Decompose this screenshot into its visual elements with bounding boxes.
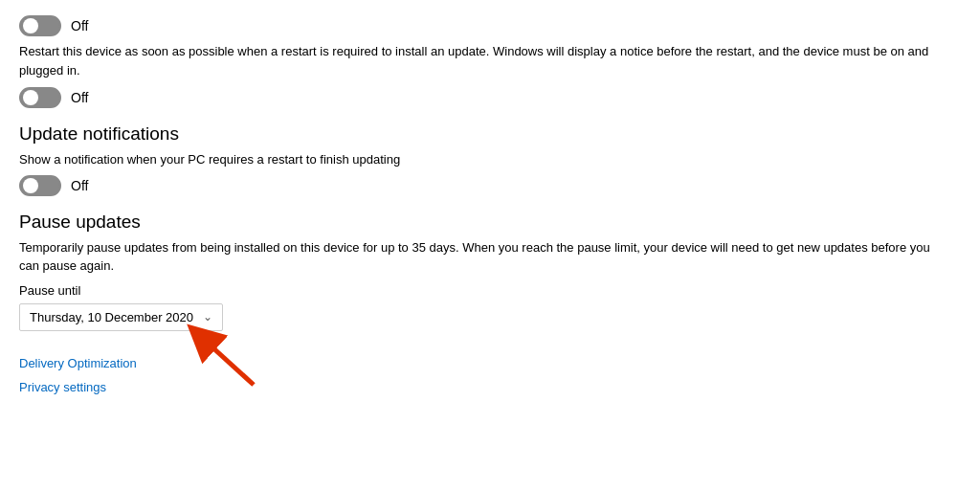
second-toggle-section: Off bbox=[19, 87, 961, 108]
pause-until-value: Thursday, 10 December 2020 bbox=[30, 310, 193, 324]
privacy-settings-link[interactable]: Privacy settings bbox=[19, 380, 961, 394]
pause-updates-heading: Pause updates bbox=[19, 212, 961, 233]
first-toggle-row: Off bbox=[19, 15, 961, 36]
notifications-toggle-row: Off bbox=[19, 175, 961, 196]
notifications-toggle[interactable] bbox=[19, 175, 61, 196]
first-toggle-label: Off bbox=[71, 18, 88, 33]
update-notifications-heading: Update notifications bbox=[19, 123, 961, 145]
delivery-optimization-link[interactable]: Delivery Optimization bbox=[19, 356, 961, 370]
update-notifications-desc: Show a notification when your PC require… bbox=[19, 150, 938, 169]
chevron-down-icon: ⌄ bbox=[203, 310, 212, 324]
second-toggle-row: Off bbox=[19, 87, 961, 108]
second-toggle-label: Off bbox=[71, 90, 88, 105]
update-notifications-section: Update notifications Show a notification… bbox=[19, 123, 961, 196]
link-section: Delivery Optimization Privacy settings bbox=[19, 356, 961, 394]
second-toggle[interactable] bbox=[19, 87, 61, 108]
pause-until-dropdown[interactable]: Thursday, 10 December 2020 ⌄ bbox=[19, 303, 223, 331]
pause-updates-section: Pause updates Temporarily pause updates … bbox=[19, 212, 961, 346]
first-description: Restart this device as soon as possible … bbox=[19, 42, 938, 79]
pause-updates-desc: Temporarily pause updates from being ins… bbox=[19, 238, 938, 276]
pause-until-label: Pause until bbox=[19, 283, 961, 298]
first-toggle[interactable] bbox=[19, 15, 61, 36]
pause-until-container: Thursday, 10 December 2020 ⌄ bbox=[19, 303, 223, 331]
notifications-toggle-label: Off bbox=[71, 178, 88, 193]
first-toggle-section: Off Restart this device as soon as possi… bbox=[19, 15, 961, 79]
